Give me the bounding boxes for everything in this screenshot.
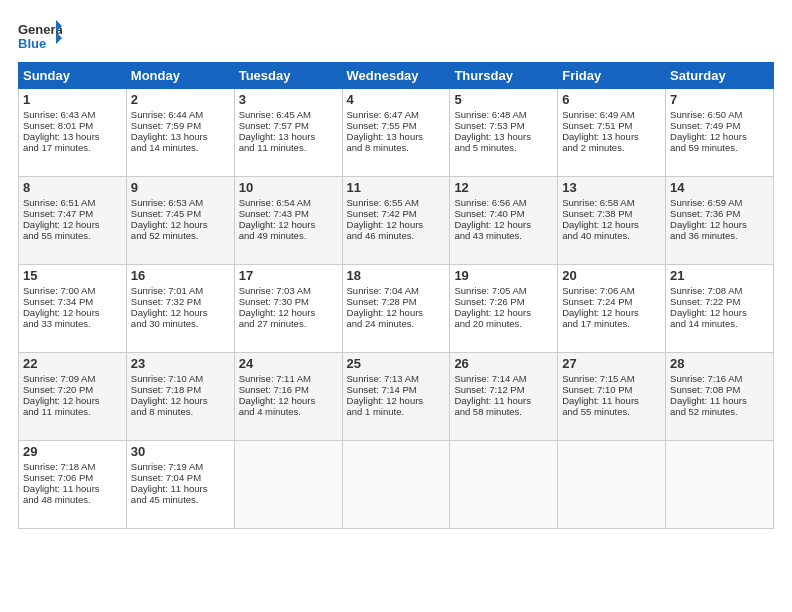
calendar-cell: 27Sunrise: 7:15 AMSunset: 7:10 PMDayligh…: [558, 353, 666, 441]
cell-line: Daylight: 11 hours: [131, 483, 230, 494]
calendar-cell: 24Sunrise: 7:11 AMSunset: 7:16 PMDayligh…: [234, 353, 342, 441]
calendar-cell: 18Sunrise: 7:04 AMSunset: 7:28 PMDayligh…: [342, 265, 450, 353]
cell-line: and 52 minutes.: [131, 230, 230, 241]
cell-line: Sunset: 7:45 PM: [131, 208, 230, 219]
cell-line: and 30 minutes.: [131, 318, 230, 329]
cell-line: Sunrise: 6:44 AM: [131, 109, 230, 120]
cell-line: Sunset: 7:06 PM: [23, 472, 122, 483]
cell-line: Sunrise: 7:03 AM: [239, 285, 338, 296]
calendar-cell: [666, 441, 774, 529]
cell-line: and 20 minutes.: [454, 318, 553, 329]
cell-line: and 14 minutes.: [670, 318, 769, 329]
calendar-cell: [342, 441, 450, 529]
cell-line: and 48 minutes.: [23, 494, 122, 505]
cell-line: Sunrise: 6:45 AM: [239, 109, 338, 120]
calendar-cell: [450, 441, 558, 529]
cell-line: Sunrise: 6:59 AM: [670, 197, 769, 208]
cell-line: and 49 minutes.: [239, 230, 338, 241]
cell-line: Sunset: 7:53 PM: [454, 120, 553, 131]
cell-line: Sunset: 7:40 PM: [454, 208, 553, 219]
cell-line: Daylight: 12 hours: [562, 307, 661, 318]
calendar-cell: 16Sunrise: 7:01 AMSunset: 7:32 PMDayligh…: [126, 265, 234, 353]
cell-line: Sunrise: 6:47 AM: [347, 109, 446, 120]
calendar-cell: 17Sunrise: 7:03 AMSunset: 7:30 PMDayligh…: [234, 265, 342, 353]
cell-line: Sunset: 7:51 PM: [562, 120, 661, 131]
calendar-cell: 19Sunrise: 7:05 AMSunset: 7:26 PMDayligh…: [450, 265, 558, 353]
svg-text:General: General: [18, 22, 62, 37]
cell-line: Sunset: 7:59 PM: [131, 120, 230, 131]
cell-line: Sunrise: 7:04 AM: [347, 285, 446, 296]
cell-line: and 14 minutes.: [131, 142, 230, 153]
day-number: 11: [347, 180, 446, 195]
calendar-cell: 20Sunrise: 7:06 AMSunset: 7:24 PMDayligh…: [558, 265, 666, 353]
cell-line: Sunrise: 6:49 AM: [562, 109, 661, 120]
cell-line: and 52 minutes.: [670, 406, 769, 417]
weekday-header-tuesday: Tuesday: [234, 63, 342, 89]
calendar-cell: 21Sunrise: 7:08 AMSunset: 7:22 PMDayligh…: [666, 265, 774, 353]
cell-line: and 5 minutes.: [454, 142, 553, 153]
cell-line: Sunrise: 7:18 AM: [23, 461, 122, 472]
weekday-header-saturday: Saturday: [666, 63, 774, 89]
cell-line: Sunset: 7:26 PM: [454, 296, 553, 307]
cell-line: and 45 minutes.: [131, 494, 230, 505]
day-number: 30: [131, 444, 230, 459]
cell-line: Sunrise: 7:13 AM: [347, 373, 446, 384]
cell-line: Sunrise: 6:55 AM: [347, 197, 446, 208]
calendar-cell: 29Sunrise: 7:18 AMSunset: 7:06 PMDayligh…: [19, 441, 127, 529]
weekday-header-sunday: Sunday: [19, 63, 127, 89]
day-number: 21: [670, 268, 769, 283]
cell-line: Sunrise: 6:53 AM: [131, 197, 230, 208]
calendar-cell: 5Sunrise: 6:48 AMSunset: 7:53 PMDaylight…: [450, 89, 558, 177]
cell-line: Sunrise: 6:58 AM: [562, 197, 661, 208]
calendar-cell: 4Sunrise: 6:47 AMSunset: 7:55 PMDaylight…: [342, 89, 450, 177]
cell-line: Sunset: 7:36 PM: [670, 208, 769, 219]
cell-line: Sunset: 7:12 PM: [454, 384, 553, 395]
cell-line: Sunset: 7:24 PM: [562, 296, 661, 307]
cell-line: Daylight: 13 hours: [23, 131, 122, 142]
calendar-cell: 9Sunrise: 6:53 AMSunset: 7:45 PMDaylight…: [126, 177, 234, 265]
day-number: 24: [239, 356, 338, 371]
cell-line: Sunrise: 7:06 AM: [562, 285, 661, 296]
cell-line: Daylight: 12 hours: [670, 307, 769, 318]
calendar-cell: 6Sunrise: 6:49 AMSunset: 7:51 PMDaylight…: [558, 89, 666, 177]
calendar-cell: 22Sunrise: 7:09 AMSunset: 7:20 PMDayligh…: [19, 353, 127, 441]
calendar-cell: 15Sunrise: 7:00 AMSunset: 7:34 PMDayligh…: [19, 265, 127, 353]
day-number: 26: [454, 356, 553, 371]
cell-line: and 58 minutes.: [454, 406, 553, 417]
cell-line: and 40 minutes.: [562, 230, 661, 241]
cell-line: Daylight: 13 hours: [131, 131, 230, 142]
cell-line: Sunset: 7:38 PM: [562, 208, 661, 219]
cell-line: Daylight: 12 hours: [347, 219, 446, 230]
weekday-header-friday: Friday: [558, 63, 666, 89]
calendar-cell: 25Sunrise: 7:13 AMSunset: 7:14 PMDayligh…: [342, 353, 450, 441]
day-number: 15: [23, 268, 122, 283]
cell-line: Daylight: 12 hours: [239, 395, 338, 406]
calendar-cell: 28Sunrise: 7:16 AMSunset: 7:08 PMDayligh…: [666, 353, 774, 441]
day-number: 2: [131, 92, 230, 107]
calendar-cell: 26Sunrise: 7:14 AMSunset: 7:12 PMDayligh…: [450, 353, 558, 441]
cell-line: and 4 minutes.: [239, 406, 338, 417]
cell-line: Sunrise: 7:10 AM: [131, 373, 230, 384]
weekday-header-wednesday: Wednesday: [342, 63, 450, 89]
cell-line: Daylight: 12 hours: [23, 307, 122, 318]
cell-line: Daylight: 13 hours: [454, 131, 553, 142]
cell-line: Sunrise: 6:48 AM: [454, 109, 553, 120]
cell-line: Sunset: 7:32 PM: [131, 296, 230, 307]
cell-line: Sunset: 7:22 PM: [670, 296, 769, 307]
logo: General Blue: [18, 18, 62, 54]
calendar-cell: 12Sunrise: 6:56 AMSunset: 7:40 PMDayligh…: [450, 177, 558, 265]
day-number: 27: [562, 356, 661, 371]
calendar-cell: 14Sunrise: 6:59 AMSunset: 7:36 PMDayligh…: [666, 177, 774, 265]
day-number: 28: [670, 356, 769, 371]
cell-line: Sunrise: 7:16 AM: [670, 373, 769, 384]
day-number: 29: [23, 444, 122, 459]
cell-line: Daylight: 12 hours: [562, 219, 661, 230]
cell-line: Sunset: 8:01 PM: [23, 120, 122, 131]
day-number: 5: [454, 92, 553, 107]
cell-line: Sunrise: 7:08 AM: [670, 285, 769, 296]
cell-line: Daylight: 12 hours: [131, 307, 230, 318]
day-number: 9: [131, 180, 230, 195]
cell-line: Sunset: 7:47 PM: [23, 208, 122, 219]
cell-line: and 11 minutes.: [23, 406, 122, 417]
day-number: 12: [454, 180, 553, 195]
